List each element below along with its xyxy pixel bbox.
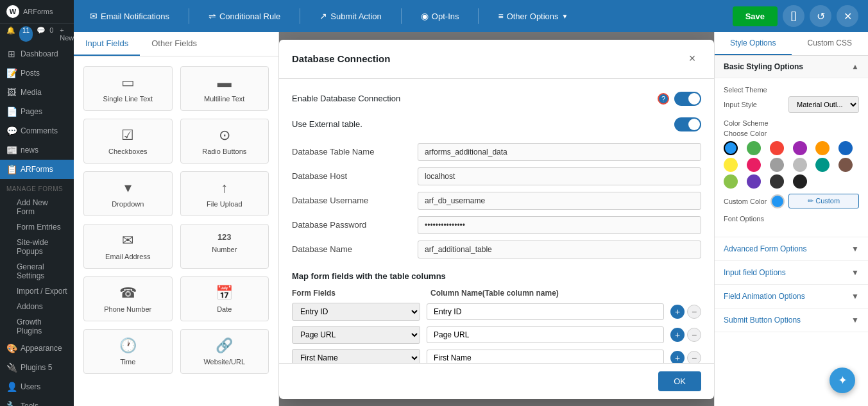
basic-styling-header[interactable]: Basic Styling Options ▲ [715,56,868,78]
mapping-remove-btn-2[interactable]: − [687,328,701,342]
db-name-label: Database Name [292,244,407,254]
mapping-add-btn-2[interactable]: + [670,328,685,342]
ok-button[interactable]: OK [658,371,701,391]
sidebar-item-users[interactable]: 👤 Users [0,377,74,396]
field-multiline[interactable]: ▬ Multiline Text [180,66,269,111]
field-date[interactable]: 📅 Date [180,276,269,321]
field-radio[interactable]: ⊙ Radio Buttons [180,119,269,164]
color-brown[interactable] [838,158,853,172]
sidebar-item-media[interactable]: 🖼 Media [0,83,74,102]
select-theme-label: Select Theme [724,86,859,94]
field-dropdown[interactable]: ▾ Dropdown [83,171,173,216]
submit-button-header[interactable]: Submit Button Options ▼ [715,309,868,332]
sidebar-sub-import[interactable]: Import / Export [0,283,74,299]
input-field-header[interactable]: Input field Options ▼ [715,261,868,284]
date-icon: 📅 [216,285,233,301]
submit-action-btn[interactable]: ↗ Submit Action [313,7,388,25]
field-file-upload[interactable]: ↑ File Upload [180,171,269,216]
custom-color-button[interactable]: ✏ Custom [788,194,859,208]
db-host-input[interactable] [418,167,701,185]
sidebar-item-tools[interactable]: 🔧 Tools [0,396,74,406]
tab-other-fields[interactable]: Other Fields [140,32,208,56]
posts-icon: 📝 [6,68,17,78]
color-pink[interactable] [747,158,761,172]
mapping-field-select-3[interactable]: First Name [292,349,420,363]
color-blue1[interactable] [724,141,738,155]
sidebar-item-appearance[interactable]: 🎨 Appearance [0,339,74,358]
sidebar-item-comments[interactable]: 💬 Comments [0,121,74,140]
sidebar-sub-popups[interactable]: Site-wide Popups [0,235,74,259]
sidebar-sub-add-form[interactable]: Add New Form [0,195,74,219]
enable-db-toggle[interactable] [674,92,701,106]
sidebar-item-pages[interactable]: 📄 Pages [0,102,74,121]
sidebar-item-news[interactable]: 📰 news [0,140,74,160]
sidebar-item-plugins[interactable]: 🔌 Plugins 5 [0,358,74,377]
sidebar-sub-growth[interactable]: Growth Plugins [0,314,74,339]
mapping-remove-btn-1[interactable]: − [687,305,701,319]
field-email[interactable]: ✉ Email Address [83,224,173,269]
other-options-btn[interactable]: ≡ Other Options ▼ [491,7,574,25]
mapping-column-input-1[interactable] [427,303,664,320]
mapping-remove-btn-3[interactable]: − [687,351,701,363]
sidebar-item-arforms[interactable]: 📋 ARForms [0,160,74,179]
notif-count[interactable]: 11 [19,26,33,42]
radio-icon: ⊙ [219,127,230,144]
modal-close-button[interactable]: × [683,50,701,68]
mapping-column-input-2[interactable] [427,326,664,343]
sidebar-item-posts[interactable]: 📝 Posts [0,63,74,83]
preview-button[interactable]: [] [783,5,804,27]
field-checkboxes[interactable]: ☑ Checkboxes [83,119,173,164]
db-username-input[interactable] [418,192,701,210]
color-black[interactable] [793,174,807,189]
color-darkgray[interactable] [770,174,784,189]
sidebar-sub-entries[interactable]: Form Entries [0,219,74,235]
db-table-name-input[interactable] [418,143,701,161]
mapping-field-select-2[interactable]: Page URL [292,326,420,344]
sidebar-item-dashboard[interactable]: ⊞ Dashboard [0,44,74,63]
field-time[interactable]: 🕐 Time [83,329,173,374]
color-orange[interactable] [815,141,830,155]
color-teal[interactable] [815,158,830,172]
color-yellow[interactable] [724,158,738,172]
color-lightgray[interactable] [793,158,807,172]
db-password-input[interactable] [418,216,701,234]
close-button[interactable]: ✕ [837,5,858,27]
external-table-toggle[interactable] [674,117,701,131]
color-gray[interactable] [770,158,784,172]
animation-header[interactable]: Field Animation Options ▼ [715,285,868,308]
color-purple[interactable] [793,141,807,155]
input-style-select[interactable]: Material Outl... [788,96,859,113]
mapping-add-btn-1[interactable]: + [670,305,685,319]
email-notifications-btn[interactable]: ✉ Email Notifications [83,7,176,25]
field-number[interactable]: 123 Number [180,224,269,269]
tab-input-fields[interactable]: Input Fields [74,32,140,56]
tab-style-options[interactable]: Style Options [715,32,792,55]
mapping-column-input-3[interactable] [427,350,664,363]
undo-button[interactable]: ↺ [810,5,831,27]
color-lime[interactable] [724,174,738,189]
mapping-field-select-1[interactable]: Entry ID [292,303,420,321]
advanced-form-title: Advanced Form Options [724,244,806,253]
sidebar-sub-general[interactable]: General Settings [0,259,74,283]
sidebar-sub-addons[interactable]: Addons [0,299,74,314]
tab-custom-css[interactable]: Custom CSS [792,32,869,55]
custom-color-swatch[interactable] [770,194,785,208]
field-website[interactable]: 🔗 Website/URL [180,329,269,374]
color-violet[interactable] [747,174,761,189]
color-green[interactable] [747,141,761,155]
conditional-rule-btn[interactable]: ⇌ Conditional Rule [202,7,287,25]
help-float-button[interactable]: ✦ [830,368,855,393]
opt-ins-btn[interactable]: ◉ Opt-Ins [414,7,466,25]
field-single-line[interactable]: ▭ Single Line Text [83,66,173,111]
db-name-input[interactable] [418,241,701,258]
single-line-icon: ▭ [121,74,135,91]
modal-footer: OK [279,363,714,399]
new-link[interactable]: + New [60,26,74,42]
field-phone[interactable]: ☎ Phone Number [83,276,173,321]
save-button[interactable]: Save [733,6,778,26]
help-icon[interactable]: ? [658,93,669,105]
color-darkblue[interactable] [838,141,853,155]
advanced-form-header[interactable]: Advanced Form Options ▼ [715,237,868,260]
mapping-add-btn-3[interactable]: + [670,351,685,363]
color-red[interactable] [770,141,784,155]
